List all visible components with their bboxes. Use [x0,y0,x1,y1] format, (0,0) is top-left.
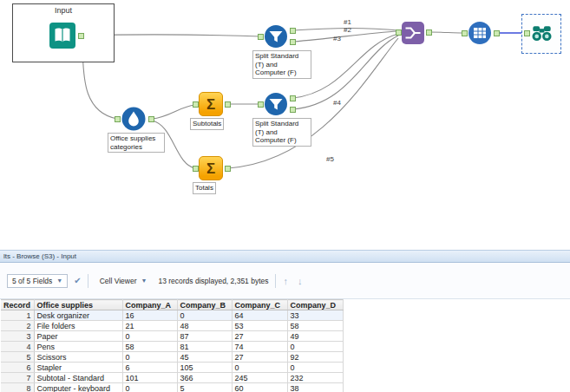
data-cell[interactable]: Computer - keyboard [34,383,122,392]
table-row[interactable]: 1Desk organizer1606433 [1,310,343,321]
data-cell[interactable]: Desk organizer [34,310,122,321]
data-cell[interactable]: 0 [232,363,287,373]
fields-dropdown[interactable]: 5 of 5 Fields ▼ [7,274,68,288]
browse-tool[interactable] [530,22,554,45]
data-cell[interactable]: 60 [232,383,287,392]
data-cell[interactable]: 0 [122,383,177,392]
data-cell[interactable]: Subtotal - Standard [34,373,122,383]
data-cell[interactable]: 366 [177,373,232,383]
data-cell[interactable]: 53 [232,321,287,331]
data-cell[interactable]: 5 [177,383,232,392]
input-anchor[interactable] [193,101,199,108]
formula-tool[interactable] [121,106,147,132]
apply-check-icon[interactable]: ✔ [74,276,81,285]
data-cell[interactable]: 81 [177,342,232,352]
results-title-bar[interactable]: lts - Browse (S3) - Input [0,250,570,263]
table-row[interactable]: 7Subtotal - Standard101366245232 [1,373,343,383]
data-cell[interactable]: 0 [177,310,232,321]
output-anchor[interactable] [225,166,231,172]
false-output-anchor[interactable] [290,107,296,113]
data-cell[interactable]: 92 [287,352,343,363]
table-row[interactable]: 4Pens5881740 [1,342,343,352]
record-number-cell[interactable]: 4 [1,342,34,352]
filter-tool-bottom[interactable] [264,92,288,116]
data-cell[interactable]: File folders [34,321,122,331]
record-number-cell[interactable]: 6 [1,363,34,373]
union-tool[interactable] [402,22,424,44]
data-cell[interactable]: 87 [177,331,232,342]
input-data-tool[interactable] [49,23,75,49]
output-anchor[interactable] [78,33,84,39]
data-cell[interactable]: Stapler [34,363,122,373]
summarize-subtotals-tool[interactable]: Σ [199,92,223,116]
input-anchor[interactable] [396,29,402,36]
output-anchor[interactable] [225,101,231,108]
filter-top-annotation[interactable]: Split Standard (T) and Computer (F) [252,50,311,79]
data-cell[interactable]: 45 [177,352,232,363]
data-cell[interactable]: 27 [232,352,287,363]
data-cell[interactable]: 101 [122,373,177,383]
workflow-canvas[interactable]: Input Σ Σ [0,0,570,250]
record-number-cell[interactable]: 2 [1,321,34,331]
record-number-cell[interactable]: 3 [1,331,34,342]
data-cell[interactable]: 38 [287,383,343,392]
data-cell[interactable]: 0 [287,363,343,373]
formula-annotation[interactable]: Office supplies categories [108,133,165,153]
subtotals-annotation[interactable]: Subtotals [190,118,224,130]
down-arrow-icon[interactable]: ↓ [296,276,305,286]
data-cell[interactable]: 74 [232,342,287,352]
table-row[interactable]: 6Stapler610500 [1,363,343,373]
input-anchor[interactable] [462,30,468,36]
up-arrow-icon[interactable]: ↑ [282,276,291,286]
data-cell[interactable]: 64 [232,310,287,321]
table-row[interactable]: 8Computer - keyboard056038 [1,383,343,392]
connection-wire[interactable] [429,32,463,33]
table-row[interactable]: 3Paper0872749 [1,331,343,342]
column-header[interactable]: Company_D [287,300,343,310]
input-anchor[interactable] [258,34,264,40]
output-anchor[interactable] [494,30,500,36]
input-anchor[interactable] [258,101,264,108]
column-header[interactable]: Company_A [122,300,177,310]
data-cell[interactable]: 105 [177,363,232,373]
record-number-cell[interactable]: 8 [1,383,34,392]
data-cell[interactable]: 49 [287,331,343,342]
record-number-cell[interactable]: 7 [1,373,34,383]
data-cell[interactable]: 58 [287,321,343,331]
column-header[interactable]: Company_B [177,300,232,310]
output-anchor[interactable] [148,116,154,122]
false-output-anchor[interactable] [290,39,296,45]
data-cell[interactable]: 245 [232,373,287,383]
column-header[interactable]: Record [1,300,34,310]
record-number-cell[interactable]: 1 [1,310,34,321]
filter-tool-top[interactable] [264,24,288,49]
data-cell[interactable]: 21 [122,321,177,331]
column-header[interactable]: Company_C [232,300,287,310]
table-tool[interactable] [468,21,492,45]
data-cell[interactable]: 0 [122,352,177,363]
input-anchor[interactable] [193,166,199,172]
filter-bottom-annotation[interactable]: Split Standard (T) and Computer (F) [252,118,311,147]
input-anchor[interactable] [115,116,121,122]
table-row[interactable]: 5Scissors0452792 [1,352,343,363]
record-number-cell[interactable]: 5 [1,352,34,363]
data-cell[interactable]: 0 [122,331,177,342]
data-cell[interactable]: 6 [122,363,177,373]
column-header[interactable]: Office supplies [34,300,122,310]
data-cell[interactable]: Pens [34,342,122,352]
data-cell[interactable]: 33 [287,310,343,321]
connection-wire[interactable] [152,105,195,119]
summarize-totals-tool[interactable]: Σ [199,156,223,180]
input-anchor[interactable] [524,30,530,36]
data-cell[interactable]: Scissors [34,352,122,363]
table-row[interactable]: 2File folders21485358 [1,321,343,331]
data-cell[interactable]: 58 [122,342,177,352]
data-cell[interactable]: 0 [287,342,343,352]
output-anchor[interactable] [426,29,432,36]
true-output-anchor[interactable] [290,28,296,34]
data-cell[interactable]: 16 [122,310,177,321]
data-cell[interactable]: 232 [287,373,343,383]
true-output-anchor[interactable] [290,95,296,101]
cell-viewer-dropdown[interactable]: Cell Viewer ▼ [95,274,153,288]
data-cell[interactable]: Paper [34,331,122,342]
